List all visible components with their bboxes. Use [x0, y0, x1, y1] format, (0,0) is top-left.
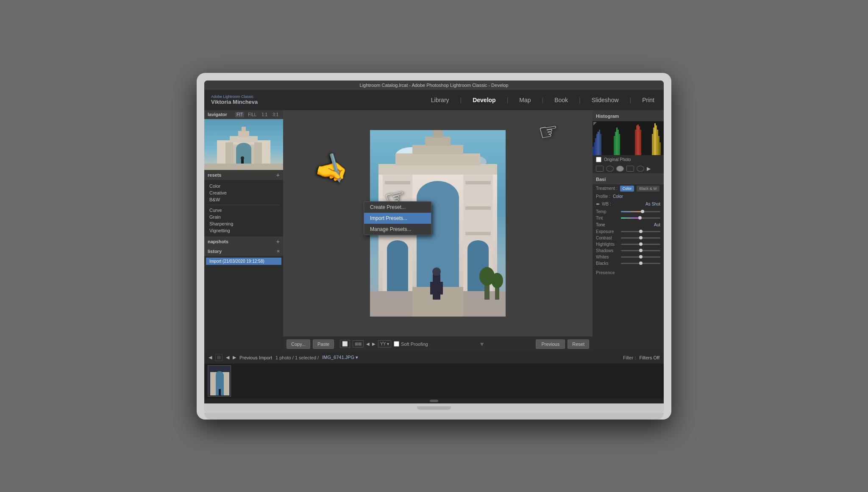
tint-thumb[interactable] [638, 216, 642, 220]
svg-rect-66 [640, 130, 641, 155]
soft-proofing-checkbox[interactable] [394, 341, 399, 347]
grid-view-icon[interactable]: ⊞⊞ [353, 340, 364, 347]
preset-vignetting[interactable]: Vignetting [208, 227, 280, 234]
panel-expand-icon[interactable]: ▶ [647, 166, 651, 172]
shadows-thumb[interactable] [639, 249, 643, 252]
preset-bw[interactable]: B&W [208, 196, 280, 203]
arrow-right-icon[interactable]: ▶ [372, 342, 376, 346]
svg-rect-65 [639, 126, 640, 155]
context-menu-manage-presets[interactable]: Manage Presets... [364, 224, 431, 235]
preset-grain[interactable]: Grain [208, 214, 280, 220]
snapshots-add-button[interactable]: + [276, 238, 280, 245]
context-menu-import-presets[interactable]: Import Presets... [364, 213, 431, 224]
blacks-thumb[interactable] [639, 261, 643, 265]
shadows-label: Shadows [596, 248, 619, 253]
history-items: Import (21/03/2020 19:12:58) [204, 256, 283, 267]
treatment-color-btn[interactable]: Color [620, 186, 634, 192]
preset-creative[interactable]: Creative [208, 189, 280, 196]
svg-rect-59 [616, 128, 618, 155]
preset-curve[interactable]: Curve [208, 207, 280, 214]
scroll-thumb[interactable] [430, 400, 438, 402]
contrast-label: Contrast [596, 236, 619, 240]
presets-add-button[interactable]: + [276, 172, 280, 178]
exposure-thumb[interactable] [639, 230, 643, 233]
temp-thumb[interactable] [641, 210, 644, 213]
paste-button[interactable]: Paste [313, 339, 334, 349]
circle-fill-icon[interactable] [616, 166, 624, 172]
soft-proofing-toggle[interactable]: Soft Proofing [394, 341, 428, 347]
cursor-hand-left: ✍ [313, 148, 353, 187]
svg-rect-23 [385, 181, 410, 184]
contrast-slider[interactable] [621, 237, 660, 239]
nav-ctrl-3-1[interactable]: 3:1 [271, 112, 280, 117]
svg-rect-32 [425, 136, 451, 146]
filmstrip-thumb-1[interactable] [208, 365, 231, 397]
circle-outline-icon[interactable] [637, 166, 644, 172]
svg-rect-64 [637, 125, 639, 155]
main-content: lavigator FIT FILL 1:1 3:1 [204, 110, 664, 352]
highlights-thumb[interactable] [639, 242, 643, 246]
reset-button[interactable]: Reset [568, 339, 589, 349]
wb-value[interactable]: As Shot [645, 202, 660, 206]
filmstrip-nav-left[interactable]: ◀ [226, 355, 229, 360]
blacks-slider[interactable] [621, 263, 660, 264]
svg-rect-55 [599, 130, 600, 155]
tint-slider[interactable] [621, 217, 660, 219]
nav-map[interactable]: Map [517, 95, 533, 105]
filmstrip-back-icon[interactable]: ◀ [209, 355, 212, 360]
grid-icon[interactable]: ⊞ [215, 354, 223, 361]
right-buttons: Previous Reset [536, 339, 589, 349]
contrast-thumb[interactable] [639, 236, 643, 239]
arrow-left-icon[interactable]: ◀ [366, 342, 370, 346]
nav-develop[interactable]: Develop [470, 95, 498, 105]
svg-rect-40 [433, 274, 440, 300]
grid-view-icon[interactable] [596, 166, 604, 172]
svg-rect-31 [412, 145, 463, 154]
nav-ctrl-fill[interactable]: FILL [247, 112, 258, 117]
svg-rect-52 [595, 138, 596, 155]
svg-rect-73 [659, 142, 661, 155]
nav-ctrl-fit[interactable]: FIT [235, 112, 244, 117]
treatment-bw-btn[interactable]: Black & W [637, 186, 659, 192]
svg-rect-63 [636, 125, 637, 155]
preset-sharpening[interactable]: Sharpening [208, 220, 280, 227]
original-photo-checkbox[interactable] [596, 157, 601, 162]
yy-dropdown[interactable]: YY ▾ [378, 340, 391, 347]
panel-toggle-icon[interactable]: ▼ [479, 341, 485, 347]
rect-view-icon[interactable] [626, 166, 634, 172]
nav-book[interactable]: Book [552, 95, 570, 105]
nav-slideshow[interactable]: Slideshow [589, 95, 621, 105]
exposure-slider[interactable] [621, 231, 660, 232]
context-menu-create-preset[interactable]: Create Preset... [364, 202, 431, 213]
filmstrip-file[interactable]: IMG_6741.JPG ▾ [322, 355, 358, 360]
filmstrip-source[interactable]: Previous Import [239, 355, 272, 360]
navigator-header: lavigator FIT FILL 1:1 3:1 [204, 110, 283, 119]
profile-value[interactable]: Color [613, 194, 623, 199]
tint-label: Tint [596, 216, 619, 220]
previous-button[interactable]: Previous [536, 339, 565, 349]
temp-slider[interactable] [621, 211, 660, 212]
nav-print[interactable]: Print [640, 95, 657, 105]
tone-auto-btn[interactable]: Aut [654, 222, 660, 227]
svg-rect-56 [600, 134, 601, 155]
whites-thumb[interactable] [639, 255, 643, 259]
history-close-button[interactable]: × [277, 248, 280, 254]
svg-rect-62 [635, 130, 636, 155]
filmstrip-nav-right[interactable]: ▶ [233, 355, 236, 360]
preset-color[interactable]: Color [208, 183, 280, 189]
laptop-container: Lightroom Catalog.lrcat - Adobe Photosho… [197, 73, 671, 420]
history-item-import[interactable]: Import (21/03/2020 19:12:58) [206, 258, 281, 265]
whites-slider[interactable] [621, 256, 660, 258]
wb-dropper-icon[interactable]: ✒ [596, 201, 600, 207]
svg-rect-78 [219, 389, 221, 395]
svg-point-4 [236, 143, 251, 155]
highlights-slider[interactable] [621, 244, 660, 245]
nav-ctrl-1-1[interactable]: 1:1 [260, 112, 269, 117]
filter-value[interactable]: Filters Off [640, 355, 659, 360]
copy-button[interactable]: Copy... [287, 339, 310, 349]
frame-icon[interactable]: ⬜ [340, 340, 350, 348]
circle-view-icon[interactable] [606, 166, 614, 172]
shadows-slider[interactable] [621, 250, 660, 251]
nav-library[interactable]: Library [428, 95, 452, 105]
photo-view: Create Preset... Import Presets... Manag… [283, 110, 593, 336]
